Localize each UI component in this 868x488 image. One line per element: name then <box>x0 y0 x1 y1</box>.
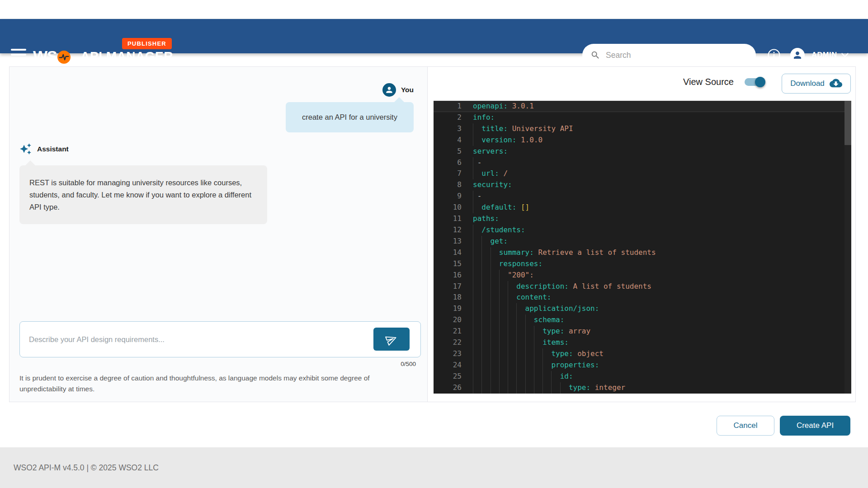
assistant-message-bubble: REST is suitable for managing university… <box>19 165 267 224</box>
code-line: 7 url: / <box>434 168 851 179</box>
send-button[interactable] <box>373 328 410 351</box>
logo-sub-text: 2 <box>71 57 75 66</box>
create-api-button[interactable]: Create API <box>780 416 850 436</box>
prompt-input-box <box>19 321 421 357</box>
menu-icon[interactable] <box>11 49 26 61</box>
user-avatar[interactable] <box>790 48 805 62</box>
assistant-header: Assistant <box>19 143 69 155</box>
code-line: 17 description: A list of students <box>434 281 851 292</box>
api-designer-panel: You create an API for a university Assis… <box>9 66 856 402</box>
llm-disclaimer: It is prudent to exercise a degree of ca… <box>19 373 417 394</box>
code-line: 18 content: <box>434 292 851 303</box>
code-line: 24 properties: <box>434 360 851 371</box>
code-line: 26 type: integer <box>434 382 851 394</box>
view-source-toggle[interactable] <box>745 77 764 87</box>
cancel-button[interactable]: Cancel <box>717 416 774 436</box>
code-line: 16 "200": <box>434 270 851 281</box>
admin-menu[interactable]: ADMIN <box>811 51 849 59</box>
char-counter: 0/500 <box>401 361 416 367</box>
you-header: You <box>382 83 414 97</box>
code-line: 14 summary: Retrieve a list of students <box>434 247 851 258</box>
you-avatar-icon <box>382 83 396 97</box>
assistant-label: Assistant <box>37 145 69 153</box>
chevron-down-icon <box>841 53 849 57</box>
footer-text: WSO2 API-M v4.5.0 | © 2025 WSO2 LLC <box>14 463 159 473</box>
view-source-label: View Source <box>683 77 734 87</box>
code-line: 2info: <box>434 112 851 123</box>
logo-ws-text: WS <box>33 47 57 65</box>
code-line: 4 version: 1.0.0 <box>434 135 851 146</box>
app-logo: PUBLISHER WS 2 API MANAGER <box>33 37 178 66</box>
search-input[interactable] <box>606 51 748 60</box>
view-source-row: View Source <box>683 77 764 87</box>
editor-scrollbar[interactable] <box>844 101 851 394</box>
info-icon[interactable] <box>767 48 781 62</box>
code-lines: 1openapi: 3.0.12info:3 title: University… <box>434 101 851 394</box>
download-button[interactable]: Download <box>782 74 851 94</box>
code-line: 1openapi: 3.0.1 <box>434 101 851 112</box>
openapi-source-editor[interactable]: 1openapi: 3.0.12info:3 title: University… <box>434 101 851 394</box>
code-line: 6 - <box>434 157 851 169</box>
search-icon <box>590 50 600 60</box>
admin-label: ADMIN <box>811 51 837 59</box>
user-message-bubble: create an API for a university <box>286 102 414 132</box>
download-label: Download <box>790 79 825 88</box>
app-footer: WSO2 API-M v4.5.0 | © 2025 WSO2 LLC <box>0 447 868 488</box>
code-line: 5servers: <box>434 146 851 157</box>
code-line: 20 schema: <box>434 314 851 326</box>
code-line: 13 get: <box>434 236 851 247</box>
code-line: 21 type: array <box>434 326 851 337</box>
app-header: PUBLISHER WS 2 API MANAGER ADMIN <box>0 19 868 53</box>
product-title: API MANAGER <box>80 49 173 64</box>
code-line: 19 application/json: <box>434 303 851 314</box>
code-line: 10 default: [] <box>434 202 851 213</box>
sparkle-icon <box>19 143 32 155</box>
you-label: You <box>401 86 414 94</box>
code-line: 11paths: <box>434 213 851 225</box>
code-line: 9 - <box>434 191 851 202</box>
code-line: 8security: <box>434 179 851 191</box>
paper-plane-icon <box>383 331 400 347</box>
code-line: 25 id: <box>434 371 851 382</box>
chat-panel: You create an API for a university Assis… <box>9 67 428 402</box>
cloud-download-icon <box>830 79 842 89</box>
code-line: 15 responses: <box>434 258 851 270</box>
code-line: 23 type: object <box>434 348 851 360</box>
code-line: 22 items: <box>434 337 851 348</box>
search-bar <box>582 44 756 66</box>
code-line: 3 title: University API <box>434 123 851 135</box>
scrollbar-thumb[interactable] <box>844 101 851 145</box>
prompt-input[interactable] <box>20 322 420 357</box>
wso2-pulse-icon <box>57 51 71 64</box>
code-line: 12 /students: <box>434 225 851 236</box>
